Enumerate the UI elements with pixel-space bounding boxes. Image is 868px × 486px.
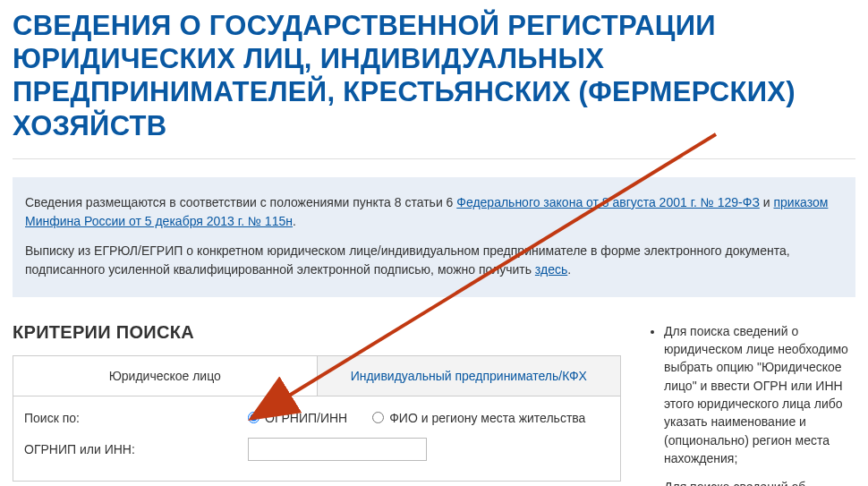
help-item: Для поиска сведений о юридическом лице н…	[664, 322, 855, 467]
law-129-link[interactable]: Федерального закона от 8 августа 2001 г.…	[456, 195, 760, 209]
criteria-heading: Критерии поиска	[13, 322, 621, 343]
help-item: Для поиска сведений об индивидуальном пр…	[664, 478, 855, 486]
info-text: .	[567, 262, 571, 277]
ogrnip-inn-input[interactable]	[248, 438, 427, 461]
help-sidebar: Для поиска сведений о юридическом лице н…	[646, 322, 855, 486]
info-paragraph-2: Выписку из ЕГРЮЛ/ЕГРИП о конкретном юрид…	[25, 242, 843, 279]
info-text: и	[760, 195, 774, 209]
info-paragraph-1: Сведения размещаются в соответствии с по…	[25, 193, 843, 231]
page-title: Сведения о государственной регистрации ю…	[0, 0, 868, 158]
tab-individual-entrepreneur[interactable]: Индивидуальный предприниматель/КФХ	[318, 356, 621, 396]
info-text: .	[293, 214, 296, 228]
info-text: Сведения размещаются в соответствии с по…	[25, 195, 456, 209]
search-by-label: Поиск по:	[24, 411, 248, 425]
divider	[13, 158, 855, 159]
radio-ogrnip-inn-label[interactable]: ОГРНИП/ИНН	[265, 411, 347, 425]
radio-fio-region-label[interactable]: ФИО и региону места жительства	[389, 411, 585, 425]
info-text: Выписку из ЕГРЮЛ/ЕГРИП о конкретном юрид…	[25, 243, 790, 277]
info-box: Сведения размещаются в соответствии с по…	[13, 177, 855, 297]
radio-ogrnip-inn[interactable]	[248, 412, 260, 423]
search-by-radio-group: ОГРНИП/ИНН ФИО и региону места жительств…	[248, 411, 585, 425]
ogrnip-inn-label: ОГРНИП или ИНН:	[24, 442, 248, 456]
tab-legal-entity[interactable]: Юридическое лицо	[13, 356, 318, 396]
radio-fio-region[interactable]	[372, 412, 384, 423]
search-form: Поиск по: ОГРНИП/ИНН ФИО и региону места…	[13, 396, 621, 482]
extract-here-link[interactable]: здесь	[535, 262, 567, 277]
tabs: Юридическое лицо Индивидуальный предприн…	[13, 355, 621, 396]
